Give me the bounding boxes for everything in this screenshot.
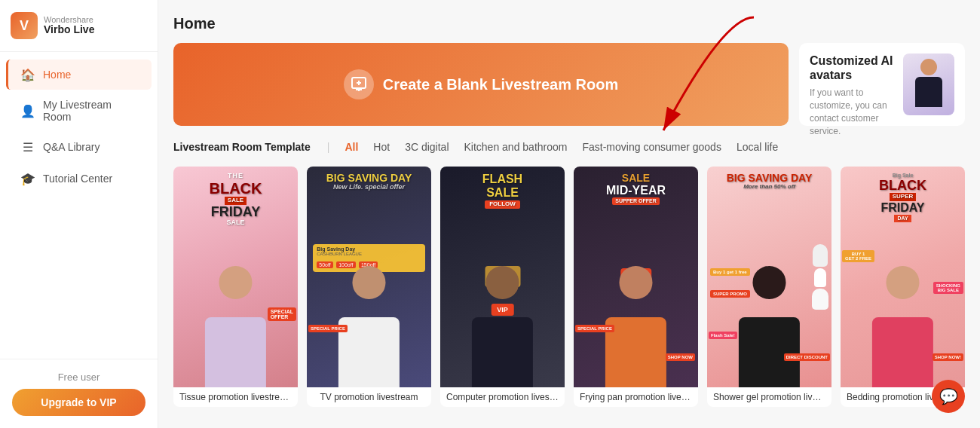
tutorial-icon: 🎓 (20, 171, 35, 186)
template-card-4[interactable]: SALE MID-YEAR SUPPER OFFER SHOPNOW! SPEC… (574, 167, 698, 407)
thumb-label-4: SALE MID-YEAR SUPPER OFFER (574, 173, 698, 205)
sidebar-item-home[interactable]: 🏠 Home (6, 60, 152, 90)
template-thumb-4: SALE MID-YEAR SUPPER OFFER SHOPNOW! SPEC… (574, 167, 698, 387)
thumb-label-3: FLASH SALE FOLLOW (440, 173, 565, 209)
thumb-label-1: THE BLACK SALE FRIDAY SALE (173, 173, 298, 227)
qa-icon: ☰ (20, 139, 35, 154)
create-banner[interactable]: Create a Blank Livestream Room (173, 43, 789, 126)
logo-text: Wondershare Virbo Live (44, 15, 94, 35)
user-tier-label: Free user (12, 371, 145, 383)
ai-avatar-info: Customized AI avatars If you want to cus… (810, 54, 896, 138)
ai-avatar-title: Customized AI avatars (810, 54, 896, 82)
template-caption-2: TV promotion livestream (307, 387, 431, 407)
person-6 (856, 266, 950, 387)
sidebar-item-livestream[interactable]: 👤 My Livestream Room (6, 91, 152, 130)
filter-tab-all[interactable]: All (337, 138, 366, 156)
filter-tab-fmcg[interactable]: Fast-moving consumer goods (574, 138, 728, 156)
avatar-figure (910, 59, 948, 115)
filter-tab-hot[interactable]: Hot (366, 138, 397, 156)
filter-divider: | (327, 141, 330, 153)
filter-section-label: Livestream Room Template (173, 141, 311, 153)
sidebar-item-qa[interactable]: ☰ Q&A Library (6, 132, 152, 162)
app-logo: V Wondershare Virbo Live (0, 0, 158, 52)
template-grid: THE BLACK SALE FRIDAY SALE SPECIALOFFER … (173, 167, 965, 407)
livestream-icon: 👤 (20, 103, 35, 118)
template-caption-5: Shower gel promotion livestream (707, 387, 831, 407)
person-1 (189, 266, 283, 387)
support-chat-button[interactable]: 💬 (932, 380, 965, 413)
thumb-label-6: Big Sale BLACK SUPER FRIDAY DAY (841, 173, 965, 222)
template-thumb-6: Big Sale BLACK SUPER FRIDAY DAY BUY 1GET… (841, 167, 965, 387)
sidebar-item-home-label: Home (43, 69, 71, 81)
create-banner-icon (344, 69, 374, 99)
logo-icon: V (11, 12, 38, 39)
template-card-1[interactable]: THE BLACK SALE FRIDAY SALE SPECIALOFFER … (173, 167, 298, 407)
template-thumb-1: THE BLACK SALE FRIDAY SALE SPECIALOFFER (173, 167, 298, 387)
template-thumb-5: BIG SAVING DAY More than 50% off Buy 1 g… (707, 167, 831, 387)
sidebar-nav: 🏠 Home 👤 My Livestream Room ☰ Q&A Librar… (0, 52, 158, 359)
page-title: Home (173, 15, 965, 32)
sidebar-footer: Free user Upgrade to VIP (0, 359, 158, 428)
filter-tab-3c[interactable]: 3C digital (397, 138, 456, 156)
thumb-label-5: BIG SAVING DAY More than 50% off (707, 173, 831, 191)
filter-row: Livestream Room Template | All Hot 3C di… (173, 138, 965, 156)
sidebar-item-tutorial[interactable]: 🎓 Tutorial Center (6, 164, 152, 194)
avatar-body (915, 77, 942, 107)
sidebar-item-livestream-label: My Livestream Room (43, 99, 139, 123)
sidebar-item-qa-label: Q&A Library (43, 141, 100, 153)
filter-tab-kitchen[interactable]: Kitchen and bathroom (457, 138, 575, 156)
create-banner-text: Create a Blank Livestream Room (383, 76, 618, 93)
template-caption-1: Tissue promotion livestream (173, 387, 298, 407)
template-thumb-3: FLASH SALE FOLLOW MEGASALE VIP (440, 167, 565, 387)
thumb-label-2: BIG SAVING DAY New Life. special offer (307, 173, 431, 191)
sidebar: V Wondershare Virbo Live 🏠 Home 👤 My Liv… (0, 0, 158, 428)
template-card-3[interactable]: FLASH SALE FOLLOW MEGASALE VIP Computer … (440, 167, 565, 407)
avatar-head (920, 59, 937, 75)
person-5 (723, 266, 816, 387)
ai-avatar-image (903, 54, 954, 115)
template-caption-4: Frying pan promotion livestream (574, 387, 698, 407)
ai-avatar-card[interactable]: Customized AI avatars If you want to cus… (799, 43, 965, 126)
template-card-5[interactable]: BIG SAVING DAY More than 50% off Buy 1 g… (707, 167, 831, 407)
sidebar-item-tutorial-label: Tutorial Center (43, 173, 112, 185)
home-icon: 🏠 (20, 67, 35, 82)
main-content: Home Create a Blank Livestream Room Cust… (158, 0, 980, 428)
template-card-6[interactable]: Big Sale BLACK SUPER FRIDAY DAY BUY 1GET… (841, 167, 965, 407)
template-caption-3: Computer promotion livestream (440, 387, 565, 407)
upgrade-vip-button[interactable]: Upgrade to VIP (12, 389, 145, 416)
template-card-2[interactable]: BIG SAVING DAY New Life. special offer B… (307, 167, 431, 407)
logo-name: Virbo Live (44, 24, 94, 35)
person-3 (456, 266, 550, 387)
template-thumb-2: BIG SAVING DAY New Life. special offer B… (307, 167, 431, 387)
ai-avatar-desc: If you want to customize, you can contac… (810, 87, 896, 137)
filter-tab-local[interactable]: Local life (729, 138, 786, 156)
top-row: Create a Blank Livestream Room Customize… (173, 43, 965, 126)
